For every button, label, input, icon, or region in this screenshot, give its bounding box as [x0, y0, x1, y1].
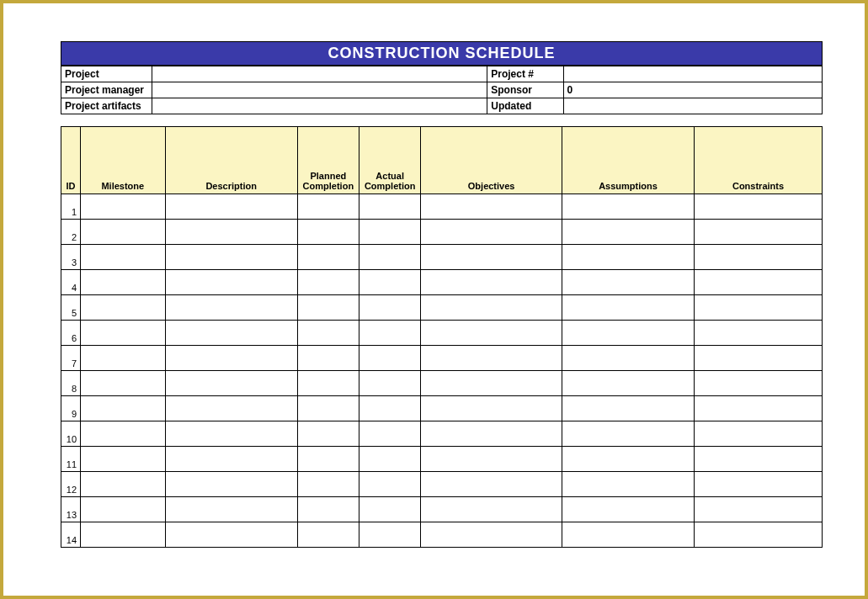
cell-milestone[interactable] [81, 295, 166, 321]
cell-planned[interactable] [297, 371, 359, 396]
cell-milestone[interactable] [81, 396, 166, 421]
cell-objectives[interactable] [421, 447, 562, 472]
cell-actual[interactable] [359, 396, 421, 421]
cell-actual[interactable] [359, 421, 421, 447]
value-updated[interactable] [563, 98, 822, 114]
cell-objectives[interactable] [421, 245, 562, 270]
cell-constraints[interactable] [695, 245, 823, 270]
cell-planned[interactable] [297, 194, 359, 220]
cell-milestone[interactable] [81, 321, 166, 346]
cell-actual[interactable] [359, 371, 421, 396]
cell-description[interactable] [165, 447, 297, 472]
cell-assumptions[interactable] [562, 421, 694, 447]
cell-milestone[interactable] [81, 220, 166, 245]
cell-actual[interactable] [359, 194, 421, 220]
cell-objectives[interactable] [421, 220, 562, 245]
cell-actual[interactable] [359, 447, 421, 472]
cell-objectives[interactable] [421, 321, 562, 346]
cell-actual[interactable] [359, 245, 421, 270]
cell-description[interactable] [165, 522, 297, 548]
cell-assumptions[interactable] [562, 295, 694, 321]
cell-assumptions[interactable] [562, 472, 694, 497]
cell-planned[interactable] [297, 522, 359, 548]
cell-id[interactable]: 4 [61, 270, 81, 295]
cell-description[interactable] [165, 472, 297, 497]
cell-id[interactable]: 14 [61, 522, 81, 548]
cell-constraints[interactable] [695, 270, 823, 295]
cell-id[interactable]: 5 [61, 295, 81, 321]
cell-assumptions[interactable] [562, 371, 694, 396]
cell-id[interactable]: 6 [61, 321, 81, 346]
cell-milestone[interactable] [81, 522, 166, 548]
cell-milestone[interactable] [81, 346, 166, 371]
cell-constraints[interactable] [695, 295, 823, 321]
cell-actual[interactable] [359, 270, 421, 295]
value-artifacts[interactable] [152, 98, 487, 114]
cell-id[interactable]: 3 [61, 245, 81, 270]
cell-description[interactable] [165, 245, 297, 270]
cell-assumptions[interactable] [562, 522, 694, 548]
cell-constraints[interactable] [695, 472, 823, 497]
value-project-num[interactable] [563, 66, 822, 82]
cell-assumptions[interactable] [562, 346, 694, 371]
cell-assumptions[interactable] [562, 447, 694, 472]
cell-planned[interactable] [297, 346, 359, 371]
cell-milestone[interactable] [81, 194, 166, 220]
cell-planned[interactable] [297, 321, 359, 346]
cell-description[interactable] [165, 346, 297, 371]
cell-objectives[interactable] [421, 472, 562, 497]
cell-description[interactable] [165, 371, 297, 396]
cell-objectives[interactable] [421, 371, 562, 396]
cell-constraints[interactable] [695, 371, 823, 396]
cell-id[interactable]: 9 [61, 396, 81, 421]
cell-milestone[interactable] [81, 497, 166, 522]
cell-constraints[interactable] [695, 220, 823, 245]
cell-actual[interactable] [359, 295, 421, 321]
cell-actual[interactable] [359, 346, 421, 371]
cell-constraints[interactable] [695, 497, 823, 522]
cell-objectives[interactable] [421, 396, 562, 421]
cell-constraints[interactable] [695, 396, 823, 421]
cell-milestone[interactable] [81, 472, 166, 497]
cell-planned[interactable] [297, 270, 359, 295]
cell-description[interactable] [165, 270, 297, 295]
cell-planned[interactable] [297, 447, 359, 472]
cell-objectives[interactable] [421, 295, 562, 321]
cell-assumptions[interactable] [562, 220, 694, 245]
cell-planned[interactable] [297, 421, 359, 447]
cell-actual[interactable] [359, 321, 421, 346]
cell-milestone[interactable] [81, 371, 166, 396]
value-project[interactable] [152, 66, 487, 82]
cell-milestone[interactable] [81, 245, 166, 270]
cell-planned[interactable] [297, 497, 359, 522]
cell-description[interactable] [165, 321, 297, 346]
cell-objectives[interactable] [421, 346, 562, 371]
cell-id[interactable]: 8 [61, 371, 81, 396]
cell-planned[interactable] [297, 245, 359, 270]
cell-id[interactable]: 12 [61, 472, 81, 497]
cell-actual[interactable] [359, 220, 421, 245]
cell-planned[interactable] [297, 220, 359, 245]
cell-description[interactable] [165, 396, 297, 421]
cell-planned[interactable] [297, 472, 359, 497]
cell-assumptions[interactable] [562, 497, 694, 522]
value-manager[interactable] [152, 82, 487, 98]
cell-id[interactable]: 11 [61, 447, 81, 472]
cell-constraints[interactable] [695, 321, 823, 346]
cell-description[interactable] [165, 497, 297, 522]
cell-constraints[interactable] [695, 447, 823, 472]
cell-objectives[interactable] [421, 421, 562, 447]
cell-actual[interactable] [359, 472, 421, 497]
cell-id[interactable]: 10 [61, 421, 81, 447]
cell-id[interactable]: 1 [61, 194, 81, 220]
cell-assumptions[interactable] [562, 396, 694, 421]
value-sponsor[interactable]: 0 [563, 82, 822, 98]
cell-description[interactable] [165, 194, 297, 220]
cell-planned[interactable] [297, 396, 359, 421]
cell-description[interactable] [165, 295, 297, 321]
cell-milestone[interactable] [81, 421, 166, 447]
cell-milestone[interactable] [81, 447, 166, 472]
cell-id[interactable]: 7 [61, 346, 81, 371]
cell-constraints[interactable] [695, 346, 823, 371]
cell-planned[interactable] [297, 295, 359, 321]
